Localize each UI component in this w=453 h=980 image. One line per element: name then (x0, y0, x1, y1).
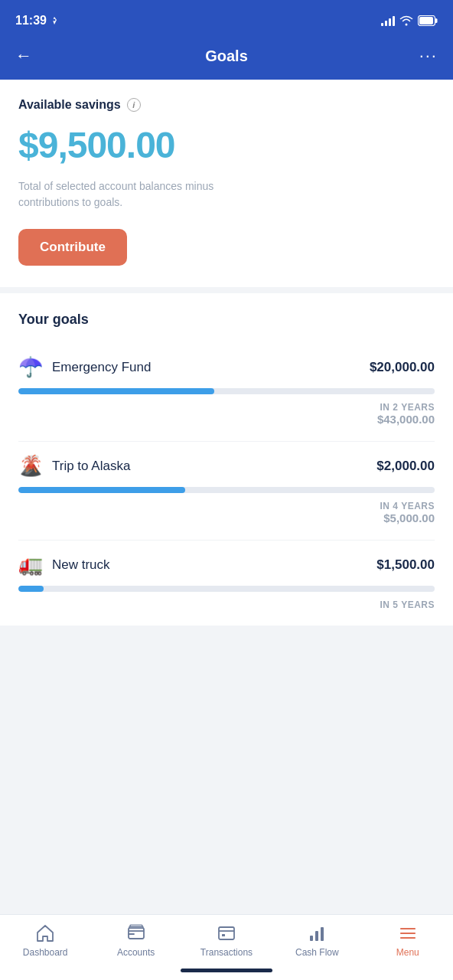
goal-timeline: IN 5 YEARS (18, 599, 435, 610)
goal-name: Trip to Alaska (52, 459, 130, 474)
svg-rect-2 (419, 17, 433, 24)
menu-icon (397, 923, 419, 944)
nav-label-menu: Menu (396, 947, 419, 958)
contribute-button[interactable]: Contribute (18, 229, 127, 266)
info-icon[interactable]: i (127, 98, 141, 112)
goal-target: $5,000.00 (18, 511, 435, 524)
transactions-icon (216, 923, 237, 944)
more-options-button[interactable]: ··· (410, 46, 438, 66)
goal-item[interactable]: 🚛 New truck $1,500.00 IN 5 YEARS (18, 541, 435, 626)
nav-label-cashflow: Cash Flow (295, 947, 339, 958)
svg-rect-3 (129, 928, 144, 939)
goals-list: ☂️ Emergency Fund $20,000.00 IN 2 YEARS … (18, 343, 435, 626)
goal-name-wrap: 🚛 New truck (18, 553, 110, 577)
goal-meta: IN 2 YEARS $43,000.00 (18, 402, 435, 426)
nav-item-cashflow[interactable]: Cash Flow (290, 923, 344, 958)
goal-meta: IN 4 YEARS $5,000.00 (18, 501, 435, 524)
progress-bar-wrap (18, 388, 435, 394)
goal-header: 🌋 Trip to Alaska $2,000.00 (18, 454, 435, 478)
goal-amount: $2,000.00 (376, 459, 435, 474)
main-content: Available savings i $9,500.00 Total of s… (0, 80, 453, 914)
savings-description: Total of selected account balances minus… (18, 178, 263, 211)
svg-rect-8 (310, 936, 313, 941)
goal-name: New truck (52, 557, 110, 573)
status-bar: 11:39 (0, 0, 453, 38)
savings-label: Available savings i (18, 98, 435, 112)
goals-section: Your goals ☂️ Emergency Fund $20,000.00 … (0, 293, 453, 626)
goal-timeline: IN 2 YEARS (18, 402, 435, 413)
nav-item-dashboard[interactable]: Dashboard (18, 923, 72, 958)
signal-strength-icon (381, 15, 395, 26)
goal-header: ☂️ Emergency Fund $20,000.00 (18, 355, 435, 379)
goal-name-wrap: 🌋 Trip to Alaska (18, 454, 130, 478)
home-bar (0, 964, 453, 980)
nav-label-transactions: Transactions (200, 947, 253, 958)
goal-item[interactable]: ☂️ Emergency Fund $20,000.00 IN 2 YEARS … (18, 343, 435, 442)
goal-meta: IN 5 YEARS (18, 599, 435, 610)
goal-emoji: ☂️ (18, 355, 43, 379)
svg-rect-6 (219, 927, 234, 939)
page-title: Goals (205, 47, 248, 65)
nav-item-accounts[interactable]: Accounts (109, 923, 163, 958)
goals-title: Your goals (18, 312, 435, 328)
status-icons (381, 15, 438, 26)
goal-amount: $20,000.00 (370, 360, 435, 375)
location-icon (50, 16, 59, 25)
svg-rect-5 (130, 925, 142, 926)
goal-target: $43,000.00 (18, 413, 435, 426)
wifi-icon (399, 15, 413, 26)
progress-bar-wrap (18, 487, 435, 493)
progress-bar-fill (18, 586, 44, 592)
goal-timeline: IN 4 YEARS (18, 501, 435, 511)
goal-emoji: 🚛 (18, 553, 43, 577)
nav-label-dashboard: Dashboard (23, 947, 68, 958)
nav-item-menu[interactable]: Menu (381, 923, 435, 958)
back-button[interactable]: ← (15, 46, 43, 66)
goal-header: 🚛 New truck $1,500.00 (18, 553, 435, 577)
cashflow-icon (306, 923, 328, 944)
home-icon (34, 923, 56, 944)
goal-name-wrap: ☂️ Emergency Fund (18, 355, 151, 379)
status-time: 11:39 (15, 14, 59, 28)
savings-amount: $9,500.00 (18, 124, 435, 166)
accounts-icon (125, 923, 147, 944)
bottom-nav: Dashboard Accounts Transactions (0, 914, 453, 964)
progress-bar-fill (18, 487, 185, 493)
goal-amount: $1,500.00 (376, 557, 435, 573)
section-divider (0, 287, 453, 293)
svg-rect-9 (315, 931, 318, 941)
goal-name: Emergency Fund (52, 360, 151, 375)
nav-label-accounts: Accounts (117, 947, 155, 958)
goal-emoji: 🌋 (18, 454, 43, 478)
svg-rect-10 (321, 927, 324, 941)
goal-item[interactable]: 🌋 Trip to Alaska $2,000.00 IN 4 YEARS $5… (18, 442, 435, 541)
home-indicator (181, 969, 272, 972)
progress-bar-wrap (18, 586, 435, 592)
battery-icon (418, 15, 438, 26)
svg-rect-7 (222, 934, 225, 936)
nav-item-transactions[interactable]: Transactions (200, 923, 253, 958)
savings-section: Available savings i $9,500.00 Total of s… (0, 80, 453, 287)
progress-bar-fill (18, 388, 214, 394)
svg-rect-1 (435, 18, 438, 23)
page-header: ← Goals ··· (0, 38, 453, 80)
